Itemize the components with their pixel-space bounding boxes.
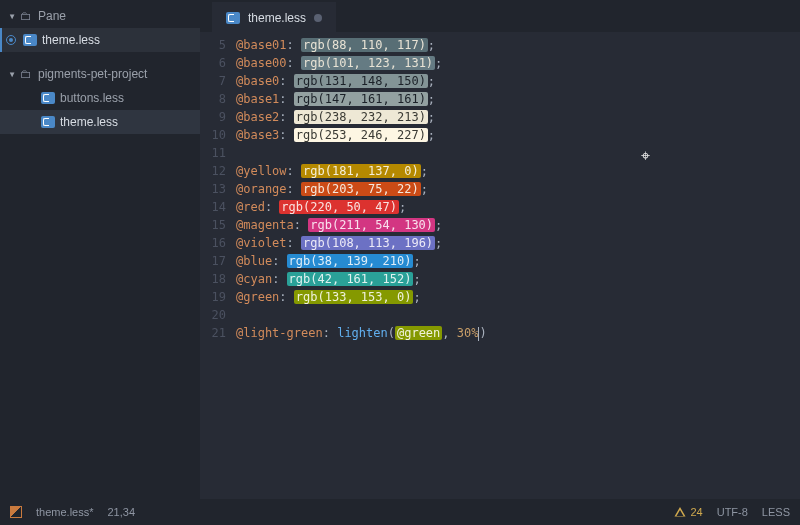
less-file-icon	[22, 34, 38, 46]
open-file-label: theme.less	[42, 33, 100, 47]
color-swatch: rgb(220, 50, 47)	[279, 200, 399, 214]
file-label: buttons.less	[60, 91, 124, 105]
color-swatch: rgb(238, 232, 213)	[294, 110, 428, 124]
color-swatch: rgb(147, 161, 161)	[294, 92, 428, 106]
line-number: 12	[200, 162, 226, 180]
tree-pane-root[interactable]: ▾ 🗀 Pane	[0, 4, 200, 28]
variable-token: @magenta	[236, 218, 294, 232]
code-line[interactable]: @magenta: rgb(211, 54, 130);	[236, 216, 800, 234]
variable-token: @cyan	[236, 272, 272, 286]
color-swatch: rgb(253, 246, 227)	[294, 128, 428, 142]
folder-icon: 🗀	[18, 9, 34, 23]
color-swatch: rgb(108, 113, 196)	[301, 236, 435, 250]
code-area[interactable]: 56789101112131415161718192021 ⌖ @base01:…	[200, 32, 800, 499]
pigments-status-icon[interactable]	[10, 506, 22, 518]
line-number: 19	[200, 288, 226, 306]
code-lines[interactable]: ⌖ @base01: rgb(88, 110, 117);@base00: rg…	[236, 36, 800, 499]
line-number: 11	[200, 144, 226, 162]
code-line[interactable]: @base3: rgb(253, 246, 227);	[236, 126, 800, 144]
code-line[interactable]: @cyan: rgb(42, 161, 152);	[236, 270, 800, 288]
tab-title: theme.less	[248, 11, 306, 25]
code-line[interactable]: @base00: rgb(101, 123, 131);	[236, 54, 800, 72]
code-line[interactable]: @orange: rgb(203, 75, 22);	[236, 180, 800, 198]
number-token: 30%	[457, 326, 479, 340]
code-line[interactable]: @base0: rgb(131, 148, 150);	[236, 72, 800, 90]
variable-token: @base00	[236, 56, 287, 70]
variable-token: @violet	[236, 236, 287, 250]
color-swatch: rgb(101, 123, 131)	[301, 56, 435, 70]
code-line[interactable]: @blue: rgb(38, 139, 210);	[236, 252, 800, 270]
color-swatch: @green	[395, 326, 442, 340]
project-label: pigments-pet-project	[38, 67, 147, 81]
variable-token: @base1	[236, 92, 279, 106]
code-line[interactable]: @red: rgb(220, 50, 47);	[236, 198, 800, 216]
code-line[interactable]: @green: rgb(133, 153, 0);	[236, 288, 800, 306]
variable-token: @red	[236, 200, 265, 214]
line-number: 8	[200, 90, 226, 108]
variable-token: @base01	[236, 38, 287, 52]
warning-icon	[674, 506, 686, 518]
color-swatch: rgb(42, 161, 152)	[287, 272, 414, 286]
line-number: 15	[200, 216, 226, 234]
code-line[interactable]	[236, 144, 800, 162]
line-number: 7	[200, 72, 226, 90]
project-sidebar[interactable]: ▾ 🗀 Pane theme.less ▾ 🗀 pigments-pet-pro…	[0, 0, 200, 499]
folder-icon: 🗀	[18, 67, 34, 81]
line-number: 9	[200, 108, 226, 126]
variable-token: @light-green	[236, 326, 323, 340]
variable-token: @orange	[236, 182, 287, 196]
chevron-down-icon: ▾	[6, 9, 18, 23]
function-token: lighten	[337, 326, 388, 340]
variable-token: @green	[236, 290, 279, 304]
line-number: 18	[200, 270, 226, 288]
project-root[interactable]: ▾ 🗀 pigments-pet-project	[0, 62, 200, 86]
file-entry-theme[interactable]: theme.less	[0, 110, 200, 134]
less-file-icon	[226, 12, 240, 24]
line-number-gutter: 56789101112131415161718192021	[200, 36, 236, 499]
active-file-radio-icon	[6, 35, 16, 45]
file-entry-buttons[interactable]: buttons.less	[0, 86, 200, 110]
status-encoding[interactable]: UTF-8	[717, 506, 748, 518]
color-swatch: rgb(203, 75, 22)	[301, 182, 421, 196]
code-line[interactable]: @base1: rgb(147, 161, 161);	[236, 90, 800, 108]
variable-token: @base3	[236, 128, 279, 142]
line-number: 10	[200, 126, 226, 144]
line-number: 20	[200, 306, 226, 324]
code-line[interactable]: @yellow: rgb(181, 137, 0);	[236, 162, 800, 180]
color-swatch: rgb(131, 148, 150)	[294, 74, 428, 88]
code-line[interactable]: @base01: rgb(88, 110, 117);	[236, 36, 800, 54]
less-file-icon	[40, 92, 56, 104]
chevron-down-icon: ▾	[6, 67, 18, 81]
line-number: 17	[200, 252, 226, 270]
file-label: theme.less	[60, 115, 118, 129]
variable-token: @base0	[236, 74, 279, 88]
variable-token: @base2	[236, 110, 279, 124]
code-line[interactable]: @violet: rgb(108, 113, 196);	[236, 234, 800, 252]
status-bar: theme.less* 21,34 24 UTF-8 LESS	[0, 499, 800, 525]
status-file[interactable]: theme.less*	[36, 506, 93, 518]
color-swatch: rgb(38, 139, 210)	[287, 254, 414, 268]
modified-indicator-icon	[314, 14, 322, 22]
variable-token: @yellow	[236, 164, 287, 178]
code-line[interactable]: @light-green: lighten(@green, 30%)	[236, 324, 800, 342]
warning-count: 24	[690, 506, 702, 518]
color-swatch: rgb(211, 54, 130)	[308, 218, 435, 232]
pane-label: Pane	[38, 9, 66, 23]
line-number: 14	[200, 198, 226, 216]
line-number: 13	[200, 180, 226, 198]
tab-theme-less[interactable]: theme.less	[212, 2, 336, 32]
less-file-icon	[40, 116, 56, 128]
variable-token: @blue	[236, 254, 272, 268]
tab-bar[interactable]: theme.less	[200, 0, 800, 32]
status-grammar[interactable]: LESS	[762, 506, 790, 518]
line-number: 6	[200, 54, 226, 72]
code-line[interactable]	[236, 306, 800, 324]
line-number: 16	[200, 234, 226, 252]
code-line[interactable]: @base2: rgb(238, 232, 213);	[236, 108, 800, 126]
open-file-entry[interactable]: theme.less	[0, 28, 200, 52]
editor-pane: theme.less 56789101112131415161718192021…	[200, 0, 800, 499]
color-swatch: rgb(181, 137, 0)	[301, 164, 421, 178]
color-swatch: rgb(88, 110, 117)	[301, 38, 428, 52]
status-cursor-pos[interactable]: 21,34	[107, 506, 135, 518]
status-warnings[interactable]: 24	[674, 506, 702, 518]
